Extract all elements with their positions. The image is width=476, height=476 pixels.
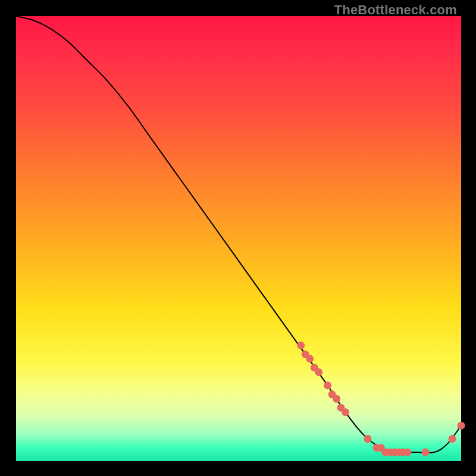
data-point	[315, 368, 322, 376]
data-point	[297, 342, 305, 349]
data-point	[449, 435, 456, 443]
data-point	[333, 395, 340, 403]
data-point	[458, 422, 465, 430]
data-point-markers	[297, 342, 465, 456]
data-point	[422, 449, 430, 456]
data-point	[342, 408, 349, 416]
data-point	[324, 381, 331, 389]
data-point	[364, 435, 371, 443]
chart-overlay	[16, 16, 461, 461]
data-point	[404, 449, 412, 456]
bottleneck-curve	[16, 16, 461, 453]
chart-stage: TheBottleneck.com	[0, 0, 476, 476]
data-point	[306, 355, 314, 363]
